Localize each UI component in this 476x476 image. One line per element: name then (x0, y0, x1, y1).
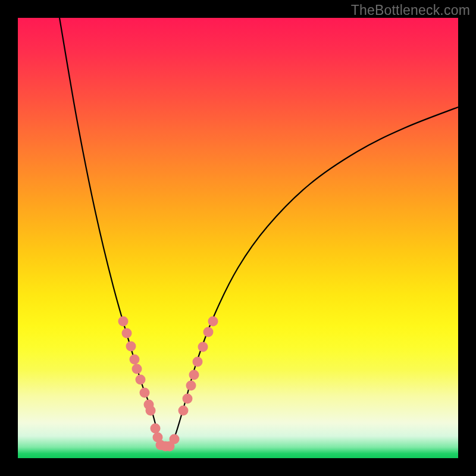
dot (198, 342, 208, 352)
dot (203, 327, 214, 337)
dot (118, 317, 129, 327)
dot (126, 342, 136, 352)
dot (170, 434, 180, 444)
dot (140, 388, 150, 398)
right-curve (170, 107, 458, 446)
plot-area (18, 18, 458, 458)
dot (193, 357, 203, 367)
dot (178, 406, 189, 416)
watermark-text: TheBottleneck.com (351, 2, 470, 18)
dot (183, 394, 193, 404)
curves-svg (18, 18, 458, 458)
chart-frame: TheBottleneck.com (0, 0, 476, 476)
dot (151, 424, 161, 434)
dot (122, 328, 132, 339)
dot (130, 355, 140, 365)
dot (186, 381, 196, 391)
left-curve (60, 18, 161, 445)
dot (136, 375, 146, 385)
dot (189, 370, 199, 380)
highlight-dots (118, 317, 218, 452)
dot (146, 406, 156, 416)
dot (208, 317, 218, 327)
dot (132, 364, 142, 374)
